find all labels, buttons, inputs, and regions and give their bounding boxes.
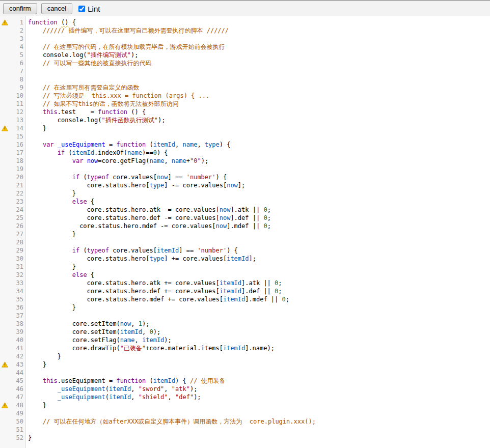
code-line[interactable]: console.log("插件编写测试"); [28, 51, 490, 59]
code-line[interactable]: console.log("插件函数执行测试"); [28, 116, 490, 124]
gutter-row: 37 [0, 312, 25, 320]
code-token [28, 157, 72, 164]
code-token [28, 271, 72, 278]
code-line[interactable]: } [28, 401, 490, 409]
code-token: = [105, 141, 117, 148]
gutter-row: 7 [0, 67, 25, 75]
code-line[interactable] [28, 35, 490, 43]
code-line[interactable]: core.drawTip("已装备"+core.material.items[i… [28, 344, 490, 352]
code-token: 0 [263, 214, 267, 221]
code-token: _useEquipment [58, 385, 105, 393]
code-line[interactable]: if (itemId.indexOf(name)==0) { [28, 149, 490, 157]
code-line[interactable]: } [28, 263, 490, 271]
code-line[interactable]: core.status.hero[type] += core.values[it… [28, 255, 490, 263]
toolbar: confirm cancel Lint [0, 0, 490, 16]
code-line[interactable]: if (typeof core.values[now] == 'number')… [28, 173, 490, 181]
line-number: 16 [10, 141, 25, 149]
code-line[interactable] [28, 165, 490, 173]
code-token: function [28, 19, 58, 26]
code-token: 0 [263, 206, 267, 213]
code-editor[interactable]: 1234567891011121314151617181920212223242… [0, 16, 490, 448]
code-line[interactable]: } [28, 124, 490, 132]
code-line[interactable]: core.setFlag(name, itemId); [28, 336, 490, 344]
code-line[interactable]: else { [28, 271, 490, 279]
code-line[interactable] [28, 132, 490, 141]
code-line[interactable]: _useEquipment(itemId, "shield", "def"); [28, 393, 490, 401]
code-token: ].def || [241, 288, 275, 295]
code-line[interactable]: // 可以在任何地方（如afterXXX或自定义脚本事件）调用函数，方法为 co… [28, 417, 490, 426]
code-line[interactable] [28, 409, 490, 417]
code-line[interactable] [28, 426, 490, 434]
code-line[interactable] [28, 238, 490, 246]
code-line[interactable]: // 在这里写所有需要自定义的函数 [28, 83, 490, 92]
line-number: 25 [10, 214, 25, 222]
code-line[interactable]: } [28, 230, 490, 238]
code-line[interactable]: core.status.hero.mdef += core.values[ite… [28, 295, 490, 303]
code-line[interactable]: // 可以写一些其他的被直接执行的代码 [28, 59, 490, 67]
code-token: ) { [157, 149, 168, 156]
code-line[interactable]: core.status.hero.atk -= core.values[now]… [28, 206, 490, 214]
code-line[interactable]: if (typeof core.values[itemId] == 'numbe… [28, 246, 490, 255]
code-token: { [68, 19, 75, 26]
code-token: ( [146, 377, 153, 384]
code-token: ]; [238, 182, 245, 189]
code-line[interactable]: core.setItem(now, 1); [28, 320, 490, 328]
code-line[interactable]: } [28, 434, 490, 442]
gutter-row: 52 [0, 434, 25, 442]
code-line[interactable] [28, 67, 490, 75]
code-token: ); [158, 117, 165, 124]
code-line[interactable]: } [28, 303, 490, 312]
code-token: , [168, 394, 175, 401]
code-token: itemId [72, 149, 94, 156]
line-number: 34 [10, 287, 25, 295]
code-token: 0 [149, 328, 153, 335]
code-line[interactable]: this.useEquipment = function (itemId) { … [28, 377, 490, 385]
code-token: +core.material.items[ [146, 345, 223, 352]
lint-marker [0, 361, 10, 368]
code-line[interactable]: _useEquipment(itemId, "sword", "atk"); [28, 385, 490, 393]
code-token: 1 [139, 320, 142, 327]
code-line[interactable]: core.status.hero[type] -= core.values[no… [28, 181, 490, 189]
code-line[interactable]: function () { [28, 18, 490, 26]
code-token: { [87, 271, 94, 278]
code-line[interactable]: var now=core.getFlag(name, name+"0"); [28, 157, 490, 165]
code-line[interactable]: else { [28, 198, 490, 206]
code-line[interactable]: } [28, 189, 490, 198]
code-pane[interactable]: function () { ////// 插件编写，可以在这里写自己额外需要执行… [26, 16, 490, 448]
cancel-button[interactable]: cancel [41, 3, 73, 14]
code-line[interactable]: core.status.hero.atk += core.values[item… [28, 279, 490, 287]
code-line[interactable]: // 如果不写this的话，函数将无法被外部所访问 [28, 100, 490, 108]
code-token: console.log( [28, 51, 87, 59]
gutter-row: 15 [0, 132, 25, 141]
code-token: type [149, 182, 164, 189]
code-token: type [149, 255, 164, 262]
code-line[interactable] [28, 369, 490, 377]
code-line[interactable]: // 写法必须是 this.xxx = function (args) { ..… [28, 92, 490, 100]
code-token: 'number' [197, 247, 227, 254]
code-line[interactable]: // 在这里写的代码，在所有模块加载完毕后，游戏开始前会被执行 [28, 43, 490, 51]
code-line[interactable] [28, 312, 490, 320]
code-line[interactable]: } [28, 360, 490, 369]
line-number: 32 [10, 271, 25, 279]
code-line[interactable]: } [28, 352, 490, 360]
code-line[interactable]: this.test = function () { [28, 108, 490, 116]
code-line[interactable]: core.setItem(itemId, 0); [28, 328, 490, 336]
code-token: ] -= core.values[ [164, 182, 227, 189]
code-token: this [43, 108, 58, 116]
code-token: ); [164, 337, 171, 344]
code-line[interactable]: core.status.hero.def -= core.values[now]… [28, 214, 490, 222]
lint-checkbox[interactable] [78, 6, 85, 12]
code-line[interactable]: core.status.hero.mdef -= core.values[now… [28, 222, 490, 230]
gutter-row: 6 [0, 59, 25, 67]
line-number: 13 [10, 116, 25, 124]
code-line[interactable]: core.status.hero.def += core.values[item… [28, 287, 490, 295]
confirm-button[interactable]: confirm [3, 3, 37, 14]
gutter-row: 29 [0, 246, 25, 255]
code-line[interactable] [28, 75, 490, 83]
code-line[interactable]: var _useEquipment = function (itemId, na… [28, 141, 490, 149]
code-token: core.status.hero.mdef += core.values[ [28, 296, 223, 303]
code-token: now [157, 174, 168, 181]
code-line[interactable]: ////// 插件编写，可以在这里写自己额外需要执行的脚本 ////// [28, 26, 490, 35]
lint-label: Lint [88, 5, 100, 13]
code-token: // 可以在任何地方（如afterXXX或自定义脚本事件）调用函数，方法为 co… [28, 418, 316, 425]
